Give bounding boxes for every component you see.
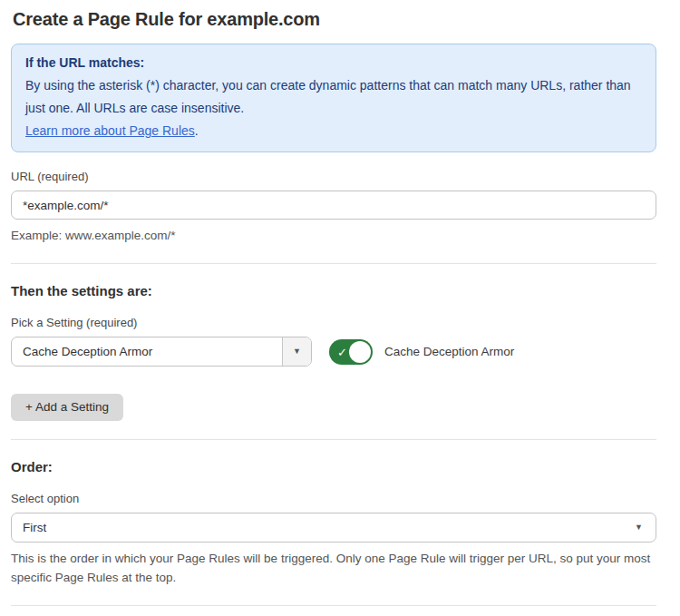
section-divider <box>11 263 656 264</box>
setting-picker-label: Pick a Setting (required) <box>11 316 656 330</box>
order-section-heading: Order: <box>11 459 656 474</box>
setting-toggle-label: Cache Deception Armor <box>384 345 514 358</box>
setting-enabled-toggle[interactable]: ✓ <box>329 339 373 365</box>
setting-row: Cache Deception Armor ▼ ✓ Cache Deceptio… <box>11 337 656 367</box>
order-select-value: First <box>23 521 46 534</box>
caret-down-glyph: ▼ <box>293 347 301 356</box>
learn-more-page-rules-link[interactable]: Learn more about Page Rules <box>25 123 195 138</box>
order-select[interactable]: First ▼ <box>11 513 656 543</box>
setting-picker-value: Cache Deception Armor <box>12 337 282 366</box>
settings-section-heading: Then the settings are: <box>11 283 656 298</box>
url-field-help: Example: www.example.com/* <box>11 226 656 245</box>
setting-picker-dropdown[interactable]: Cache Deception Armor ▼ <box>11 337 312 367</box>
create-page-rule-form: Create a Page Rule for example.com If th… <box>0 0 680 616</box>
footer-divider <box>11 605 656 606</box>
page-title: Create a Page Rule for example.com <box>13 9 656 30</box>
check-icon: ✓ <box>337 346 347 357</box>
url-match-info-box: If the URL matches: By using the asteris… <box>11 44 656 152</box>
info-box-link-line: Learn more about Page Rules. <box>25 120 642 142</box>
info-box-body: By using the asterisk (*) character, you… <box>25 74 642 120</box>
add-setting-button[interactable]: + Add a Setting <box>11 394 123 421</box>
url-input[interactable] <box>11 191 656 220</box>
order-select-label: Select option <box>11 492 656 506</box>
info-link-suffix: . <box>195 123 199 138</box>
section-divider <box>11 439 656 440</box>
toggle-knob <box>349 341 371 363</box>
info-box-heading: If the URL matches: <box>25 52 642 74</box>
caret-down-icon: ▼ <box>635 523 643 532</box>
caret-down-icon[interactable]: ▼ <box>282 337 311 366</box>
order-help-text: This is the order in which your Page Rul… <box>11 549 656 587</box>
url-field-label: URL (required) <box>11 170 656 184</box>
